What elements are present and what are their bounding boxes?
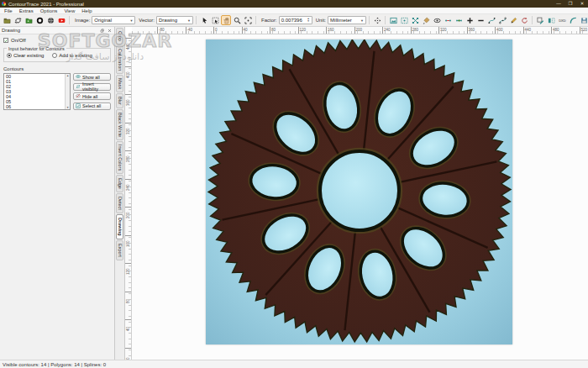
frame-select-icon[interactable]: [399, 15, 409, 25]
contour-list-item[interactable]: 06: [4, 104, 70, 109]
select-all-icon: [76, 103, 81, 109]
window-title: ContourTrace 2021 - Professional: [8, 2, 84, 7]
radio-add-existing[interactable]: Add to existing: [52, 53, 92, 58]
edit-box-icon[interactable]: [535, 15, 545, 25]
menu-item-help[interactable]: Help: [78, 8, 95, 13]
tab-black-white[interactable]: Black White: [116, 109, 123, 140]
visibility-eye-icon[interactable]: [432, 15, 442, 25]
zoom-magnifier-icon[interactable]: [232, 15, 242, 25]
vruler-label: 200: [126, 212, 130, 218]
scroll-down-icon[interactable]: ▼: [66, 106, 69, 109]
radio-add-label: Add to existing: [59, 53, 92, 58]
remove-node-icon[interactable]: [443, 15, 453, 25]
chevron-down-icon: ▼: [360, 18, 364, 23]
frame-image-icon[interactable]: [388, 15, 398, 25]
menu-item-file[interactable]: File: [1, 8, 16, 13]
show-all-button[interactable]: Show all: [73, 73, 111, 81]
marquee-select-icon[interactable]: [210, 15, 220, 25]
dxd-export-icon[interactable]: DXD: [557, 15, 567, 25]
svg-text:DXD: DXD: [559, 18, 566, 23]
unit-select[interactable]: Millimeter ▼: [328, 16, 366, 24]
onoff-checkbox[interactable]: [3, 38, 8, 43]
hruler-label: 80: [270, 27, 276, 34]
fit-view-icon[interactable]: [243, 15, 253, 25]
tab-drawing[interactable]: Drawing: [116, 214, 123, 239]
transform-scale-icon[interactable]: [410, 15, 420, 25]
factor-spinner[interactable]: ▲▼: [307, 18, 310, 23]
vector-label: Vector:: [139, 18, 155, 23]
menu-item-options[interactable]: Options: [37, 8, 61, 13]
vruler-label: 40: [126, 327, 130, 331]
move-origin-icon[interactable]: [372, 15, 382, 25]
curve-icon[interactable]: [568, 15, 578, 25]
vruler-tick: [125, 235, 131, 236]
hruler-label: 480: [551, 27, 559, 34]
menu-item-view[interactable]: View: [60, 8, 78, 13]
select-all-button[interactable]: Select all: [73, 103, 111, 110]
gear-image[interactable]: [206, 39, 512, 344]
hruler-label: 520: [580, 27, 588, 34]
add-node-icon[interactable]: [454, 15, 464, 25]
tab-export[interactable]: Export: [116, 240, 123, 260]
website-icon[interactable]: [45, 15, 55, 25]
rotate-icon[interactable]: [519, 15, 529, 25]
drawing-canvas[interactable]: [132, 34, 588, 360]
vruler-label: 80: [126, 298, 130, 302]
save-image-icon[interactable]: [24, 15, 34, 25]
hruler-label: 360: [467, 27, 475, 34]
youtube-icon[interactable]: [56, 15, 66, 25]
select-cursor-icon[interactable]: [199, 15, 209, 25]
radio-clear-existing[interactable]: Clear existing: [7, 53, 44, 58]
minimize-button[interactable]: —: [553, 0, 564, 8]
maximize-button[interactable]: ❐: [564, 0, 576, 8]
button-label: Show all: [82, 75, 100, 80]
hide-all-button[interactable]: Hide all: [73, 92, 111, 100]
tab-blur[interactable]: Blur: [116, 93, 123, 108]
panel-title: Drawing: [2, 28, 20, 33]
record-icon[interactable]: [34, 15, 45, 25]
vruler-tick: [125, 319, 131, 320]
mirror-icon[interactable]: [546, 15, 556, 25]
onoff-checkbox-row[interactable]: On/Off: [3, 38, 111, 43]
contours-listbox[interactable]: 00010203040506 ▲ ▼: [3, 73, 71, 110]
menu-item-extras[interactable]: Extras: [16, 8, 37, 13]
input-behavior-group: Input behavior for Contours Clear existi…: [3, 48, 111, 62]
invert-visibility-button[interactable]: Invert visibility: [73, 83, 111, 91]
listbox-scrollbar[interactable]: ▲ ▼: [65, 74, 70, 109]
pan-hand-icon[interactable]: [221, 15, 231, 25]
reload-image-icon[interactable]: [13, 15, 23, 25]
close-panel-icon[interactable]: [106, 28, 113, 34]
scroll-up-icon[interactable]: ▲: [66, 74, 69, 77]
pencil-edit-icon[interactable]: [508, 15, 518, 25]
vector-select[interactable]: Drawing ▼: [156, 16, 193, 24]
hruler-label: 440: [523, 27, 532, 34]
tab-invert-colors[interactable]: Invert Colors: [116, 141, 123, 174]
tab-crop[interactable]: Crop: [116, 28, 123, 45]
input-behavior-label: Input behavior for Contours: [7, 46, 66, 51]
toolbar-separator: [532, 16, 533, 24]
factor-label: Factor:: [261, 18, 277, 23]
save-export-icon[interactable]: [579, 15, 588, 25]
spline-closed-icon[interactable]: [497, 15, 507, 25]
float-panel-icon[interactable]: [98, 28, 105, 34]
brush-icon[interactable]: [421, 15, 431, 25]
tab-calibration[interactable]: Calibration: [116, 45, 123, 74]
horizontal-ruler: -80-400408012016020024028032036040044048…: [132, 27, 588, 34]
image-select[interactable]: Original ▼: [92, 16, 135, 24]
tab-edge[interactable]: Edge: [116, 175, 123, 192]
tab-mask[interactable]: Mask: [116, 75, 123, 92]
workflow-tabstrip: CropCalibrationMaskBlurBlack WhiteInvert…: [115, 27, 125, 360]
tab-detect[interactable]: Detect: [116, 193, 123, 213]
open-image-icon[interactable]: [2, 15, 12, 25]
spline-open-icon[interactable]: [486, 15, 496, 25]
vruler-tick: [125, 348, 131, 349]
radio-button[interactable]: [7, 53, 12, 58]
radio-button[interactable]: [52, 53, 57, 58]
hruler-label: 320: [438, 27, 447, 34]
unit-select-value: Millimeter: [330, 18, 352, 23]
factor-input[interactable]: 0.007396 ▲▼: [279, 16, 312, 24]
minus-icon[interactable]: [475, 15, 486, 25]
close-button[interactable]: ✕: [576, 0, 588, 8]
hruler-label: 200: [354, 27, 363, 34]
plus-icon[interactable]: [465, 15, 475, 25]
